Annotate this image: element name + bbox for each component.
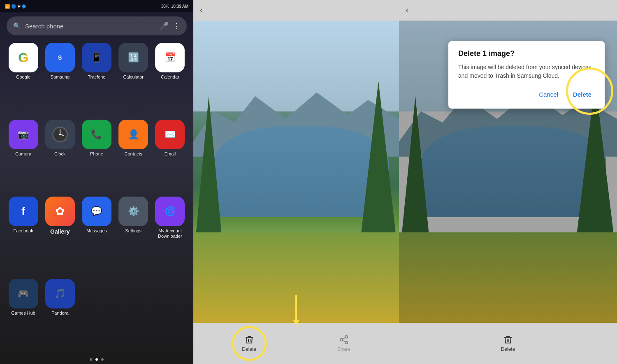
- dialog-delete-bottom-label: Delete: [501, 346, 515, 352]
- camera-icon: 📷: [9, 120, 38, 149]
- gameshub-icon: 🎮: [9, 279, 38, 308]
- search-bar[interactable]: 🔍 Search phone 🎤 ⋮: [7, 16, 187, 35]
- app-calculator-label: Calculator: [123, 74, 144, 80]
- mic-icon[interactable]: 🎤: [160, 21, 169, 30]
- app-camera[interactable]: 📷 Camera: [5, 120, 42, 192]
- app-email-label: Email: [165, 151, 176, 157]
- share-button[interactable]: Share: [337, 335, 350, 352]
- app-tracfone-label: Tracfone: [88, 74, 105, 80]
- app-gameshub[interactable]: 🎮 Games Hub: [5, 279, 42, 351]
- dialog-title: Delete 1 image?: [458, 49, 595, 58]
- dialog-delete-circle-highlight: [566, 67, 613, 115]
- tracfone-icon: 📱: [82, 43, 111, 72]
- app-messages-label: Messages: [86, 228, 107, 234]
- contacts-icon: 👤: [118, 120, 148, 149]
- facebook-icon: f: [9, 197, 38, 226]
- app-gameshub-label: Games Hub: [11, 311, 35, 316]
- notification-icons: 📶 🔵 ✱ 🔷: [5, 4, 26, 9]
- dialog-bottombar: Delete: [399, 323, 617, 364]
- app-pandora[interactable]: 🎵 Pandora: [42, 279, 78, 351]
- apps-grid: G Google S Samsung 📱 Tracfone 🔢 Calculat…: [0, 39, 193, 355]
- gallery-back-button[interactable]: ‹: [200, 5, 203, 16]
- dialog-cancel-button[interactable]: Cancel: [536, 88, 561, 100]
- app-myaccount-label: My Account Downloader: [158, 228, 182, 239]
- app-facebook[interactable]: f Facebook: [5, 197, 42, 274]
- app-camera-label: Camera: [15, 151, 31, 157]
- scene-sky: [193, 21, 399, 111]
- svg-point-6: [340, 338, 343, 341]
- gallery-screen: ‹ Delete: [193, 0, 399, 364]
- email-icon: ✉️: [155, 120, 185, 149]
- messages-icon: 💬: [82, 197, 111, 226]
- gallery-topbar: ‹: [193, 0, 399, 21]
- arrow-connector: [293, 295, 299, 325]
- gallery-bottombar: Delete Share: [193, 323, 399, 364]
- delete-button-highlighted[interactable]: Delete: [242, 335, 256, 352]
- battery-text: 30%: [161, 4, 169, 9]
- app-samsung-label: Samsung: [51, 74, 70, 80]
- share-label: Share: [337, 346, 350, 352]
- home-screen: 📶 🔵 ✱ 🔷 30% 10:39 AM 🔍 Search phone 🎤 ⋮ …: [0, 0, 193, 364]
- app-contacts-label: Contacts: [124, 151, 142, 157]
- app-clock-label: Clock: [54, 151, 66, 157]
- app-calendar-label: Calendar: [161, 74, 179, 80]
- pandora-icon: 🎵: [45, 279, 75, 308]
- app-google[interactable]: G Google: [5, 43, 42, 115]
- phone-icon: 📞: [82, 120, 111, 149]
- arrow-line-body: [295, 295, 297, 320]
- svg-point-5: [345, 336, 348, 338]
- app-email[interactable]: ✉️ Email: [152, 120, 188, 192]
- calculator-icon: 🔢: [118, 43, 148, 72]
- app-gallery-label: Gallery: [50, 228, 70, 235]
- delete-circle-highlight: [232, 326, 267, 361]
- app-calculator[interactable]: 🔢 Calculator: [115, 43, 152, 115]
- dialog-delete-icon: [503, 335, 513, 345]
- arrow-head-down: [293, 320, 299, 325]
- app-messages[interactable]: 💬 Messages: [78, 197, 115, 274]
- time-text: 10:39 AM: [171, 4, 188, 9]
- app-pandora-label: Pandora: [51, 311, 69, 316]
- search-icon: 🔍: [13, 22, 21, 30]
- share-icon: [339, 335, 349, 345]
- app-settings[interactable]: ⚙️ Settings: [115, 197, 152, 274]
- search-placeholder: Search phone: [25, 23, 63, 30]
- app-clock[interactable]: Clock: [42, 120, 78, 192]
- app-settings-label: Settings: [125, 228, 141, 234]
- myaccount-icon: 🌀: [155, 197, 185, 226]
- svg-point-7: [345, 341, 348, 344]
- dialog-topbar: ‹: [399, 0, 617, 21]
- status-right-icons: 30% 10:39 AM: [161, 4, 188, 9]
- svg-line-8: [342, 341, 345, 342]
- scene-water: [214, 126, 389, 217]
- settings-icon: ⚙️: [118, 197, 148, 226]
- app-google-label: Google: [16, 74, 30, 80]
- gallery-photo: [193, 21, 399, 323]
- app-phone[interactable]: 📞 Phone: [78, 120, 115, 192]
- dot-1: [90, 358, 92, 361]
- dot-2: [95, 358, 98, 361]
- calendar-icon: 📅: [155, 43, 185, 72]
- google-icon: G: [9, 43, 38, 72]
- more-options-icon[interactable]: ⋮: [173, 21, 180, 30]
- svg-line-9: [342, 338, 345, 339]
- dialog-background-photo: Delete 1 image? This image will be delet…: [399, 21, 617, 323]
- app-calendar[interactable]: 📅 Calendar: [152, 43, 188, 115]
- app-phone-label: Phone: [90, 151, 103, 157]
- status-left-icons: 📶 🔵 ✱ 🔷: [5, 4, 26, 9]
- app-facebook-label: Facebook: [13, 228, 33, 234]
- dot-3: [101, 358, 104, 361]
- app-tracfone[interactable]: 📱 Tracfone: [78, 43, 115, 115]
- clock-icon: [45, 120, 75, 149]
- delete-confirm-dialog: Delete 1 image? This image will be delet…: [448, 41, 605, 109]
- page-indicators: [0, 355, 193, 364]
- dialog-delete-bottom-button[interactable]: Delete: [501, 335, 515, 352]
- status-bar: 📶 🔵 ✱ 🔷 30% 10:39 AM: [0, 0, 193, 12]
- dialog-back-button[interactable]: ‹: [406, 5, 408, 16]
- samsung-icon: S: [45, 43, 75, 72]
- delete-dialog-screen: ‹ Delete 1 image? This image will be del…: [399, 0, 617, 364]
- app-gallery[interactable]: ✿ Gallery: [42, 197, 78, 274]
- app-samsung[interactable]: S Samsung: [42, 43, 78, 115]
- app-contacts[interactable]: 👤 Contacts: [115, 120, 152, 192]
- gallery-icon: ✿: [45, 197, 75, 226]
- app-myaccount[interactable]: 🌀 My Account Downloader: [152, 197, 188, 274]
